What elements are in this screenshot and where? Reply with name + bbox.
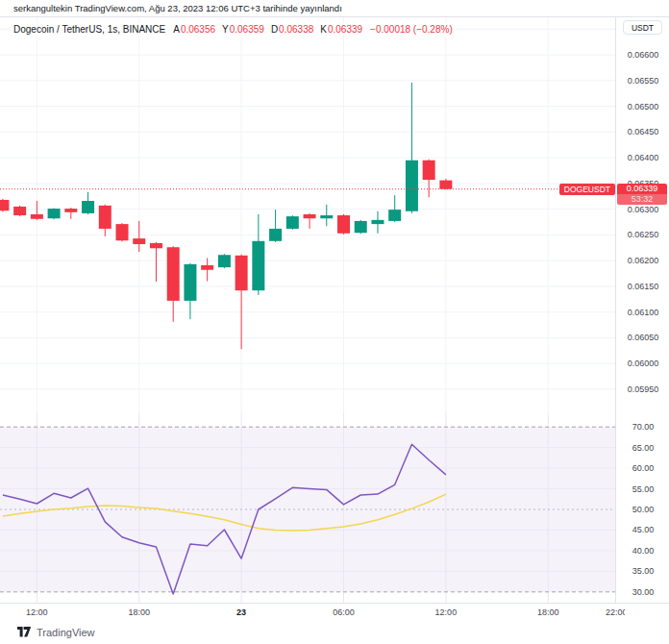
currency-toggle-button[interactable]: USDT xyxy=(623,20,662,35)
candle xyxy=(116,223,129,241)
rsi-scale-label: 70.00 xyxy=(616,422,669,432)
time-scale-label: 12:00 xyxy=(26,607,48,617)
up-candle-body xyxy=(286,216,299,229)
price-scale-label: 0.06600 xyxy=(616,50,669,60)
price-scale-label: 0.06450 xyxy=(616,127,669,136)
tradingview-brand-link[interactable]: TradingView xyxy=(37,627,95,638)
up-candle-body xyxy=(388,210,401,221)
ohlc-value: 0.06356 xyxy=(181,24,215,35)
chart-legend: Dogecoin / TetherUS, 1s, BINANCE A0.0635… xyxy=(12,23,455,36)
price-scale-label: 0.06500 xyxy=(616,102,669,111)
up-candle-body xyxy=(355,221,367,233)
candle xyxy=(133,221,145,252)
down-candle-body xyxy=(0,200,9,211)
candle xyxy=(13,206,26,216)
bar-countdown: 53:32 xyxy=(617,194,667,205)
down-candle-body xyxy=(423,161,435,180)
candle xyxy=(218,254,231,268)
symbol-title[interactable]: Dogecoin / TetherUS, 1s, BINANCE xyxy=(13,24,165,35)
ohlc-value: 0.06339 xyxy=(328,24,362,35)
down-candle-body xyxy=(304,214,316,218)
candle xyxy=(355,220,367,234)
up-candle-body xyxy=(406,161,418,211)
price-scale-label: 0.06550 xyxy=(616,76,669,86)
time-scale-label: 12:00 xyxy=(435,607,458,617)
up-candle-body xyxy=(320,215,333,218)
up-candle-body xyxy=(252,241,264,290)
candle xyxy=(371,211,384,234)
up-candle-body xyxy=(184,264,196,301)
price-scale-label: 0.06250 xyxy=(616,230,669,239)
candle xyxy=(184,263,196,319)
symbol-price-tag: DOGEUSDT xyxy=(559,184,615,195)
candle xyxy=(337,214,350,235)
down-candle-body xyxy=(201,265,213,270)
candle xyxy=(252,214,264,295)
down-candle-body xyxy=(167,247,180,301)
last-price-axis-label: 0.06339 53:32 xyxy=(617,184,667,205)
ohlc-pair: D0.06338 xyxy=(271,24,313,35)
publication-bar: serkangultekin TradingView.com, Ağu 23, … xyxy=(0,0,669,17)
time-scale-label: 18:00 xyxy=(128,607,150,617)
time-scale-label: 06:00 xyxy=(333,607,355,617)
rsi-scale-label: 65.00 xyxy=(616,443,669,453)
time-scale[interactable]: 12:0018:002306:0012:0018:0022:00 xyxy=(0,603,669,620)
rsi-scale-label: 60.00 xyxy=(616,463,669,473)
down-candle-body xyxy=(337,215,350,234)
candle xyxy=(320,205,333,226)
rsi-pane[interactable] xyxy=(0,413,615,603)
price-scale-label: 0.06300 xyxy=(616,205,669,214)
up-candle-body xyxy=(371,220,384,224)
price-scale-label: 0.06000 xyxy=(616,359,669,368)
up-candle-body xyxy=(218,255,231,267)
price-scale-label: 0.06100 xyxy=(616,308,669,317)
price-scale-label: 0.05950 xyxy=(616,384,669,394)
down-candle-body xyxy=(64,209,77,212)
candlestick-canvas[interactable] xyxy=(0,17,615,413)
price-scale-label: 0.06150 xyxy=(616,282,669,291)
candle xyxy=(439,179,452,189)
down-candle-body xyxy=(439,181,452,189)
candle xyxy=(0,199,9,211)
candle xyxy=(406,83,418,213)
down-candle-body xyxy=(150,243,162,248)
down-candle-body xyxy=(235,256,248,290)
ohlc-pair: Y0.06359 xyxy=(222,24,264,35)
ohlc-label: K xyxy=(320,24,327,35)
candle xyxy=(64,208,77,219)
price-scale[interactable]: USDT 0.066000.065500.065000.064500.06400… xyxy=(615,17,669,620)
candle xyxy=(388,195,401,222)
time-scale-label: 18:00 xyxy=(537,607,559,617)
up-candle-body xyxy=(82,201,94,213)
rsi-canvas[interactable] xyxy=(0,413,615,603)
price-scale-label: 0.06400 xyxy=(616,153,669,162)
candle xyxy=(167,246,180,322)
ohlc-label: A xyxy=(173,24,180,35)
rsi-scale-label: 35.00 xyxy=(616,566,669,576)
up-candle-body xyxy=(48,209,61,218)
ohlc-pair: K0.06339 xyxy=(320,24,362,35)
rsi-scale-label: 55.00 xyxy=(616,484,669,494)
down-candle-body xyxy=(133,238,145,244)
down-candle-body xyxy=(116,224,129,240)
tradingview-published-chart: serkangultekin TradingView.com, Ağu 23, … xyxy=(0,0,669,644)
rsi-scale-label: 50.00 xyxy=(616,505,669,514)
rsi-scale-label: 45.00 xyxy=(616,525,669,534)
candle xyxy=(423,160,435,198)
ohlc-values: A0.06356Y0.06359D0.06338K0.06339 xyxy=(173,24,362,35)
down-candle-body xyxy=(13,207,26,215)
down-candle-body xyxy=(31,214,43,219)
candle xyxy=(235,255,248,349)
ohlc-pair: A0.06356 xyxy=(173,24,215,35)
candle xyxy=(82,192,94,214)
time-scale-labels: 12:0018:002306:0012:0018:0022:00 xyxy=(0,604,625,621)
tradingview-logo-icon[interactable] xyxy=(17,627,32,637)
publication-text: serkangultekin TradingView.com, Ağu 23, … xyxy=(13,3,342,13)
ohlc-label: D xyxy=(271,24,278,35)
up-candle-body xyxy=(269,229,282,241)
time-scale-label: 23 xyxy=(236,607,246,617)
candle xyxy=(48,209,61,220)
price-pane[interactable] xyxy=(0,17,615,413)
ohlc-label: Y xyxy=(222,24,229,35)
change-value: −0.00018 (−0.28%) xyxy=(370,24,453,35)
